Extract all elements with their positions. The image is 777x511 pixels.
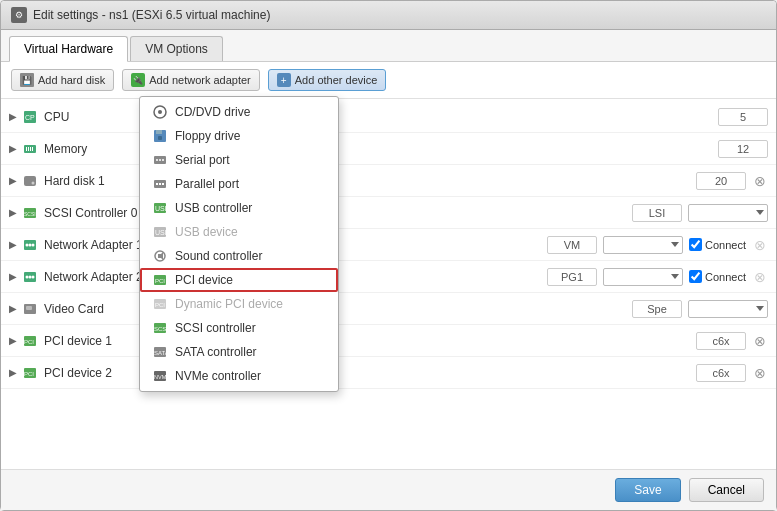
add-network-adapter-button[interactable]: 🔌 Add network adapter (122, 69, 260, 91)
net2-remove-button: ⊗ (752, 269, 768, 285)
usb-device-icon: USB (152, 225, 168, 239)
nvme-controller-icon: NVMe (152, 369, 168, 383)
net2-connect-label: Connect (689, 270, 746, 283)
svg-point-6 (156, 159, 158, 161)
net1-remove-button: ⊗ (752, 237, 768, 253)
video-value-input[interactable] (632, 300, 682, 318)
memory-row: ▶ Memory (1, 133, 776, 165)
svg-point-40 (26, 243, 29, 246)
svg-text:CP: CP (25, 114, 35, 121)
menu-item-sata-controller[interactable]: SATA SATA controller (140, 340, 338, 364)
hard-disk-extra: ⊗ (752, 173, 768, 189)
svg-point-36 (32, 181, 35, 184)
net1-connect-checkbox[interactable] (689, 238, 702, 251)
menu-item-cd-dvd[interactable]: CD/DVD drive (140, 100, 338, 124)
menu-item-pci-device[interactable]: PCI PCI device (140, 268, 338, 292)
cpu-expand[interactable]: ▶ (9, 111, 21, 122)
menu-item-scsi-controller[interactable]: SCSI SCSI controller (140, 316, 338, 340)
menu-item-usb-device: USB USB device (140, 220, 338, 244)
menu-item-nvme-controller[interactable]: NVMe NVMe controller (140, 364, 338, 388)
menu-item-sound-controller[interactable]: Sound controller (140, 244, 338, 268)
window-icon: ⚙ (11, 7, 27, 23)
svg-text:PCI: PCI (155, 278, 165, 284)
scsi-extra (688, 204, 768, 222)
net1-connect-label: Connect (689, 238, 746, 251)
net2-value-input[interactable] (547, 268, 597, 286)
svg-text:PCI: PCI (24, 371, 34, 377)
memory-icon (21, 142, 39, 156)
svg-rect-35 (24, 176, 36, 186)
svg-rect-31 (26, 147, 27, 151)
svg-text:USB: USB (155, 229, 167, 236)
svg-text:SATA: SATA (154, 350, 167, 356)
usb-controller-icon: USB (152, 201, 168, 215)
net2-expand[interactable]: ▶ (9, 271, 21, 282)
net2-select[interactable] (603, 268, 683, 286)
svg-point-41 (29, 243, 32, 246)
hard-disk-value-input[interactable] (696, 172, 746, 190)
video-extra (688, 300, 768, 318)
cpu-icon: CP (21, 110, 39, 124)
scsi-value-input[interactable] (632, 204, 682, 222)
scsi-select[interactable] (688, 204, 768, 222)
pci2-expand[interactable]: ▶ (9, 367, 21, 378)
net1-expand[interactable]: ▶ (9, 239, 21, 250)
svg-rect-4 (158, 136, 162, 140)
svg-text:USB: USB (155, 205, 167, 212)
hard-disk-remove-button[interactable]: ⊗ (752, 173, 768, 189)
pci1-icon: PCI (21, 334, 39, 348)
menu-item-parallel-port[interactable]: Parallel port (140, 172, 338, 196)
dynamic-pci-icon: PCI (152, 297, 168, 311)
hard-disk-1-row: ▶ Hard disk 1 ⊗ (1, 165, 776, 197)
net1-select[interactable] (603, 236, 683, 254)
parallel-port-icon (152, 177, 168, 191)
menu-item-floppy[interactable]: Floppy drive (140, 124, 338, 148)
menu-item-dynamic-pci: PCI Dynamic PCI device (140, 292, 338, 316)
menu-item-usb-controller[interactable]: USB USB controller (140, 196, 338, 220)
svg-text:SCSI: SCSI (154, 326, 167, 332)
video-card-row: ▶ Video Card (1, 293, 776, 325)
pci2-remove-button[interactable]: ⊗ (752, 365, 768, 381)
memory-expand[interactable]: ▶ (9, 143, 21, 154)
menu-item-serial-port[interactable]: Serial port (140, 148, 338, 172)
hard-disk-icon: 💾 (20, 73, 34, 87)
memory-value-input[interactable] (718, 140, 768, 158)
svg-rect-34 (32, 147, 33, 151)
pci2-value-input[interactable] (696, 364, 746, 382)
pci-device-icon: PCI (152, 273, 168, 287)
scsi-expand[interactable]: ▶ (9, 207, 21, 218)
video-expand[interactable]: ▶ (9, 303, 21, 314)
svg-point-42 (32, 243, 35, 246)
tab-vm-options[interactable]: VM Options (130, 36, 223, 61)
sata-controller-icon: SATA (152, 345, 168, 359)
add-other-device-button[interactable]: + Add other device (268, 69, 387, 91)
main-content: ▶ CP CPU ▶ Memory ▶ (1, 99, 776, 469)
pci1-value-input[interactable] (696, 332, 746, 350)
net2-extra: Connect ⊗ (603, 268, 768, 286)
svg-point-44 (26, 275, 29, 278)
svg-text:NVMe: NVMe (154, 374, 167, 380)
net1-icon (21, 238, 39, 252)
svg-text:PCI: PCI (24, 339, 34, 345)
scsi-controller-icon: SCSI (152, 321, 168, 335)
scsi-icon: SCSI (21, 206, 39, 220)
net1-value-input[interactable] (547, 236, 597, 254)
svg-point-46 (32, 275, 35, 278)
add-hard-disk-button[interactable]: 💾 Add hard disk (11, 69, 114, 91)
tab-bar: Virtual Hardware VM Options (1, 30, 776, 62)
net2-icon (21, 270, 39, 284)
pci1-remove-button[interactable]: ⊗ (752, 333, 768, 349)
net2-connect-checkbox[interactable] (689, 270, 702, 283)
cpu-row: ▶ CP CPU (1, 101, 776, 133)
svg-rect-48 (26, 306, 32, 310)
hardware-list: ▶ CP CPU ▶ Memory ▶ (1, 99, 776, 469)
svg-rect-33 (30, 147, 31, 151)
tab-virtual-hardware[interactable]: Virtual Hardware (9, 36, 128, 62)
hard-disk-expand[interactable]: ▶ (9, 175, 21, 186)
video-select[interactable] (688, 300, 768, 318)
pci1-expand[interactable]: ▶ (9, 335, 21, 346)
hard-disk-icon (21, 174, 39, 188)
save-button[interactable]: Save (615, 478, 680, 502)
cancel-button[interactable]: Cancel (689, 478, 764, 502)
cpu-value-input[interactable] (718, 108, 768, 126)
